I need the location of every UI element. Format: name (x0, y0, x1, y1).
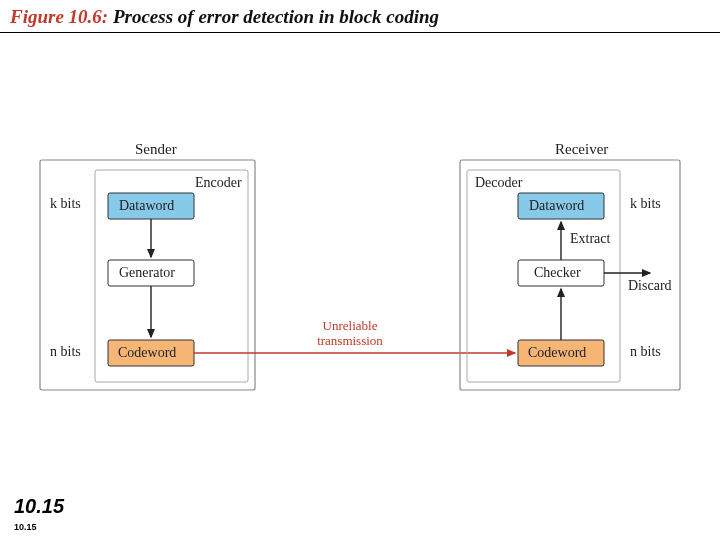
block-coding-diagram: Sender Encoder k bits Dataword Generator… (40, 140, 680, 410)
page-number: 10.15 10.15 (14, 495, 64, 518)
figure-caption: Figure 10.6: Process of error detection … (0, 0, 720, 33)
discard-label: Discard (628, 278, 672, 293)
sender-title: Sender (135, 141, 177, 157)
figure-title: Process of error detection in block codi… (113, 6, 439, 27)
receiver-title: Receiver (555, 141, 608, 157)
extract-label: Extract (570, 231, 611, 246)
encoder-label: Encoder (195, 175, 242, 190)
receiver-dataword: Dataword (529, 198, 584, 213)
checker-label: Checker (534, 265, 581, 280)
receiver-nbits: n bits (630, 344, 661, 359)
transmission-label-1: Unreliable (323, 318, 378, 333)
transmission-label-2: transmission (317, 333, 383, 348)
sender-dataword: Dataword (119, 198, 174, 213)
receiver-codeword: Codeword (528, 345, 586, 360)
decoder-label: Decoder (475, 175, 523, 190)
page-number-small: 10.15 (14, 522, 37, 532)
sender-nbits: n bits (50, 344, 81, 359)
sender-codeword: Codeword (118, 345, 176, 360)
page-number-big: 10.15 (14, 495, 64, 517)
figure-number: Figure 10.6: (10, 6, 108, 27)
receiver-kbits: k bits (630, 196, 661, 211)
sender-kbits: k bits (50, 196, 81, 211)
generator-label: Generator (119, 265, 175, 280)
